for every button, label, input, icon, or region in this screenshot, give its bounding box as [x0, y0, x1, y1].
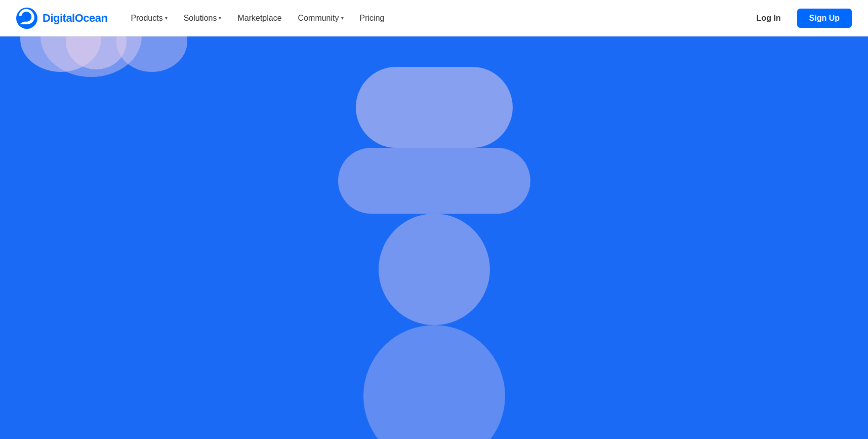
- nav-community[interactable]: Community ▾: [291, 10, 351, 27]
- cloud-bottom-right: [363, 325, 505, 439]
- digitalocean-logo-icon: [16, 8, 37, 29]
- products-chevron-icon: ▾: [165, 15, 168, 21]
- logo-link[interactable]: DigitalOcean: [16, 8, 107, 29]
- nav-pricing[interactable]: Pricing: [353, 10, 392, 27]
- login-button[interactable]: Log In: [749, 10, 789, 27]
- signup-nav-button[interactable]: Sign Up: [797, 9, 852, 28]
- cloud-bottom-left: [379, 214, 490, 325]
- solutions-chevron-icon: ▾: [219, 15, 221, 21]
- cloud-right: [338, 148, 530, 214]
- nav-links: Products ▾ Solutions ▾ Marketplace Commu…: [123, 10, 748, 27]
- logo-text: DigitalOcean: [43, 12, 107, 25]
- hero-section: Simpler cloud. Happier devs. Better resu…: [0, 36, 868, 439]
- nav-solutions[interactable]: Solutions ▾: [177, 10, 229, 27]
- main-nav: DigitalOcean Products ▾ Solutions ▾ Mark…: [0, 0, 868, 36]
- nav-actions: Log In Sign Up: [749, 9, 852, 28]
- nav-products[interactable]: Products ▾: [123, 10, 174, 27]
- cloud-left: [356, 67, 513, 148]
- community-chevron-icon: ▾: [341, 15, 344, 21]
- nav-marketplace[interactable]: Marketplace: [230, 10, 288, 27]
